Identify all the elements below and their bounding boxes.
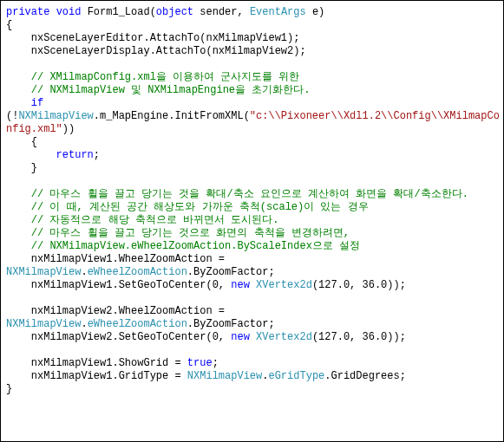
l27-pre: nxMilmapView1.ShowGrid = xyxy=(6,357,187,369)
l25-pre: nxMilmapView2.SetGeoToCenter(0, xyxy=(6,331,231,343)
comment-17: // 마우스 휠을 끌고 당기는 것으로 화면의 축척을 변경하려면, xyxy=(6,227,350,239)
comment-6: // XMilmapConfig.xml을 이용하여 군사지도를 위한 xyxy=(6,71,299,83)
brace-open: { xyxy=(6,19,12,31)
line-11-pre xyxy=(6,149,56,161)
comment-18: // NXMilmapView.eWheelZoomAction.ByScale… xyxy=(6,240,360,252)
type-nxmilmapview-4: NXMilmapView xyxy=(187,370,262,382)
brace-close: } xyxy=(6,383,12,395)
type-nxmilmapview-2: NXMilmapView xyxy=(6,266,81,278)
kw-return: return xyxy=(56,149,94,161)
line-3: nxSceneLayerEditor.AttachTo(nxMilmapView… xyxy=(6,32,299,44)
line-4: nxSceneLayerDisplay.AttachTo(nxMilmapVie… xyxy=(6,45,306,57)
type-ewheelzoomaction-1: eWheelZoomAction xyxy=(88,266,187,278)
l21-pre: nxMilmapView1.SetGeoToCenter(0, xyxy=(6,279,231,291)
code-block: private void Form1_Load(object sender, E… xyxy=(6,6,500,396)
type-xvertex2d-1: XVertex2d xyxy=(256,279,312,291)
type-egridtype: eGridType xyxy=(268,370,324,382)
kw-private: private xyxy=(6,6,49,18)
line-19: nxMilmapView1.WheelZoomAction = xyxy=(6,253,231,265)
l28-pre: nxMilmapView1.GridType = xyxy=(6,370,187,382)
kw-if: if xyxy=(31,97,43,109)
kw-true: true xyxy=(187,357,213,369)
l20-mid: . xyxy=(81,266,87,278)
type-nxmilmapview-3: NXMilmapView xyxy=(6,318,81,330)
paren-open: ( xyxy=(150,6,156,18)
line-12: } xyxy=(6,162,37,174)
type-xvertex2d-2: XVertex2d xyxy=(256,331,312,343)
comment-16: // 자동적으로 해당 축척으로 바뀌면서 도시된다. xyxy=(6,214,278,226)
l24-rest: .ByZoomFactor; xyxy=(187,318,275,330)
line-23: nxMilmapView2.WheelZoomAction = xyxy=(6,305,231,317)
comment-7: // NXMilmapView 및 NXMilmapEngine을 초기화한다. xyxy=(6,84,310,96)
type-eventargs: EventArgs xyxy=(250,6,306,18)
l27-post: ; xyxy=(213,357,219,369)
l24-mid: . xyxy=(81,318,87,330)
line-10: { xyxy=(6,136,37,148)
arg-sender: sender, xyxy=(193,6,250,18)
l25-rest: (127.0, 36.0)); xyxy=(312,331,406,343)
comment-14: // 마우스 휠을 끌고 당기는 것을 확대/축소 요인으로 계산하여 화면을 … xyxy=(6,188,468,200)
l21-mid xyxy=(250,279,256,291)
code-frame: private void Form1_Load(object sender, E… xyxy=(0,0,504,442)
kw-void: void xyxy=(56,6,82,18)
line-8-pre xyxy=(6,97,31,109)
l28-rest: .GridDegrees; xyxy=(324,370,406,382)
line-9-mid: .m_MapEngine.InitFromXML( xyxy=(94,110,250,122)
line-11-post: ; xyxy=(94,149,100,161)
kw-object: object xyxy=(156,6,193,18)
l21-rest: (127.0, 36.0)); xyxy=(312,279,406,291)
line-9-open: (! xyxy=(6,110,18,122)
type-nxmilmapview-1: NXMilmapView xyxy=(18,110,93,122)
arg-e: e) xyxy=(306,6,325,18)
comment-15: // 이 때, 계산된 공간 해상도와 가까운 축척(scale)이 있는 경우 xyxy=(6,201,369,213)
kw-new-1: new xyxy=(231,279,250,291)
method-name: Form1_Load xyxy=(88,6,150,18)
l25-mid xyxy=(250,331,256,343)
kw-new-2: new xyxy=(231,331,250,343)
type-ewheelzoomaction-2: eWheelZoomAction xyxy=(88,318,187,330)
line-9-end: )) xyxy=(62,123,75,135)
l20-rest: .ByZoomFactor; xyxy=(187,266,275,278)
